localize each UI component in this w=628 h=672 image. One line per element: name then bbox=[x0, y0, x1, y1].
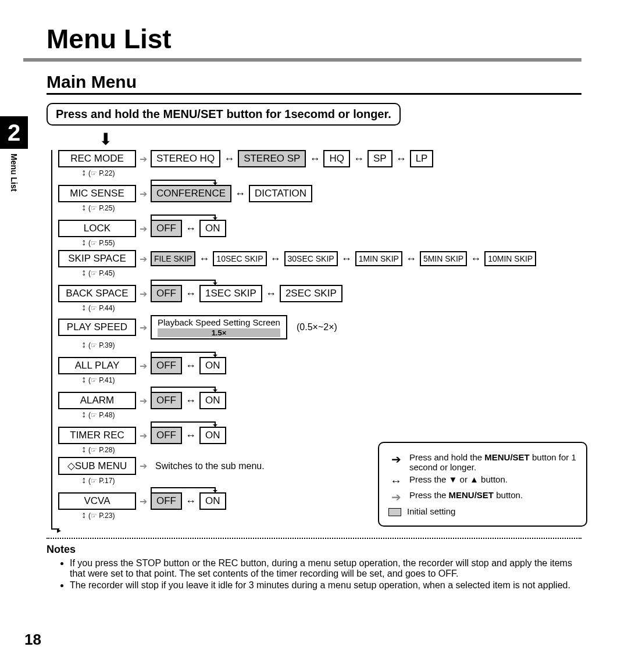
menu-row: PLAY SPEEDPlayback Speed Setting Screen1… bbox=[58, 315, 581, 339]
notes-heading: Notes bbox=[47, 544, 581, 556]
dbl-arrow-icon bbox=[224, 153, 234, 165]
option-cell: OFF bbox=[151, 492, 182, 510]
notes-list: If you press the STOP button or the REC … bbox=[47, 558, 581, 591]
page-number: 18 bbox=[24, 631, 41, 649]
menu-row: SKIP SPACEFILE SKIP10SEC SKIP30SEC SKIP1… bbox=[58, 250, 581, 267]
updown-icon: ↕ bbox=[81, 237, 86, 247]
option-cell: ON bbox=[199, 357, 226, 374]
notes-divider bbox=[47, 538, 581, 539]
arrow-right-icon bbox=[140, 153, 147, 165]
updown-icon: ↕ bbox=[81, 510, 86, 520]
title-rule bbox=[23, 58, 581, 62]
dbl-arrow-icon bbox=[341, 253, 352, 265]
menu-item-label: ALARM bbox=[58, 392, 136, 409]
legend-box: ➔ Press and hold the MENU/SET button for… bbox=[378, 442, 587, 527]
down-arrow-icon: ⬇ bbox=[99, 131, 581, 148]
updown-icon: ↕ bbox=[81, 339, 86, 349]
menu-item-label: SKIP SPACE bbox=[58, 250, 136, 267]
menu-item-label: ◇SUB MENU bbox=[58, 457, 136, 475]
option-cell: 10SEC SKIP bbox=[213, 251, 266, 266]
updown-icon: ↕ bbox=[81, 444, 86, 454]
side-label: Menu List bbox=[9, 153, 19, 191]
loop-bracket bbox=[145, 385, 581, 392]
arrow-right-icon bbox=[140, 496, 147, 507]
note-item: The recorder will stop if you leave it i… bbox=[70, 580, 581, 591]
dbl-arrow-icon bbox=[266, 288, 276, 300]
loop-bracket bbox=[145, 178, 581, 185]
page-ref: ↕(☞ P.25) bbox=[81, 202, 581, 213]
updown-icon: ↕ bbox=[81, 302, 86, 312]
option-cell: STEREO SP bbox=[238, 150, 306, 167]
option-cell: 5MIN SKIP bbox=[420, 251, 467, 266]
dbl-arrow-icon bbox=[185, 288, 196, 300]
option-cell: DICTATION bbox=[249, 185, 312, 202]
legend-initial: Initial setting bbox=[407, 506, 455, 516]
menu-item-label: VCVA bbox=[58, 492, 136, 510]
menu-item-label: REC MODE bbox=[58, 150, 136, 167]
option-cell: 1MIN SKIP bbox=[355, 251, 402, 266]
hold-arrow-icon: ➔ bbox=[388, 452, 404, 466]
arrow-right-icon bbox=[140, 360, 147, 371]
menu-item-label: TIMER REC bbox=[58, 427, 136, 444]
arrow-right-icon bbox=[140, 322, 147, 333]
play-speed-range: (0.5×~2×) bbox=[297, 322, 337, 333]
option-cell: 10MIN SKIP bbox=[484, 251, 536, 266]
page-ref: ↕(☞ P.45) bbox=[81, 267, 581, 278]
loop-bracket bbox=[145, 278, 581, 285]
dbl-arrow-icon bbox=[185, 395, 196, 407]
option-cell: 2SEC SKIP bbox=[280, 285, 342, 302]
dbl-arrow-icon bbox=[309, 153, 320, 165]
page-ref: ↕(☞ P.44) bbox=[81, 302, 581, 313]
option-cell: OFF bbox=[151, 427, 182, 444]
menu-item-label: PLAY SPEED bbox=[58, 319, 136, 336]
arrow-right-icon bbox=[140, 460, 147, 471]
option-cell: 30SEC SKIP bbox=[284, 251, 338, 266]
arrow-right-icon bbox=[140, 430, 147, 441]
dbl-arrow-icon bbox=[199, 253, 209, 265]
page-ref: ↕(☞ P.55) bbox=[81, 237, 581, 248]
option-cell: SP bbox=[367, 150, 392, 167]
menu-row: REC MODESTEREO HQSTEREO SPHQSPLP bbox=[58, 150, 581, 167]
arrow-right-icon bbox=[140, 288, 147, 299]
play-speed-screen: Playback Speed Setting Screen1.5× bbox=[151, 315, 287, 339]
menu-row: ALL PLAYOFFON bbox=[58, 357, 581, 374]
option-cell: ON bbox=[199, 392, 226, 409]
note-item: If you press the STOP button or the REC … bbox=[70, 558, 581, 579]
submenu-text: Switches to the sub menu. bbox=[155, 461, 265, 471]
arrow-right-icon bbox=[140, 223, 147, 234]
menu-row: LOCKOFFON bbox=[58, 220, 581, 237]
menu-item-label: BACK SPACE bbox=[58, 285, 136, 302]
updown-icon: ↕ bbox=[81, 475, 86, 485]
option-cell: HQ bbox=[323, 150, 350, 167]
dbl-arrow-icon bbox=[185, 495, 196, 507]
subtitle: Main Menu bbox=[47, 72, 581, 92]
instruction-bar: Press and hold the MENU/SET button for 1… bbox=[47, 103, 401, 126]
loop-bracket bbox=[145, 350, 581, 357]
menu-item-label: ALL PLAY bbox=[58, 357, 136, 374]
section-number: 2 bbox=[0, 116, 28, 149]
loop-bracket bbox=[145, 213, 581, 220]
dbl-arrow-icon bbox=[235, 188, 245, 200]
dbl-arrow-icon bbox=[185, 430, 196, 442]
arrow-right-icon bbox=[140, 395, 147, 406]
dbl-arrow-icon bbox=[470, 253, 481, 265]
option-cell: OFF bbox=[151, 285, 182, 302]
subtitle-rule bbox=[47, 93, 581, 95]
option-cell: OFF bbox=[151, 357, 182, 374]
page-ref: ↕(☞ P.39) bbox=[81, 339, 581, 350]
page-title: Menu List bbox=[47, 23, 581, 55]
dbl-arrow-icon: ↔ bbox=[388, 474, 404, 488]
updown-icon: ↕ bbox=[81, 267, 86, 277]
option-cell: CONFERENCE bbox=[151, 185, 231, 202]
menu-row: ALARMOFFON bbox=[58, 392, 581, 409]
option-cell: FILE SKIP bbox=[151, 251, 195, 266]
option-cell: ON bbox=[199, 220, 226, 237]
updown-icon: ↕ bbox=[81, 202, 86, 212]
loop-bracket bbox=[145, 420, 581, 427]
dbl-arrow-icon bbox=[270, 253, 281, 265]
dbl-arrow-icon bbox=[396, 153, 406, 165]
option-cell: OFF bbox=[151, 220, 182, 237]
option-cell: ON bbox=[199, 427, 226, 444]
dbl-arrow-icon bbox=[354, 153, 364, 165]
page-ref: ↕(☞ P.41) bbox=[81, 374, 581, 385]
